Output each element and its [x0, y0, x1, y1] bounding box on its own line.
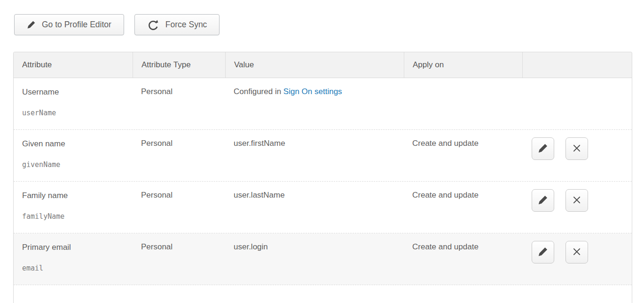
actions-cell [522, 182, 632, 233]
delete-attribute-button[interactable] [565, 137, 588, 160]
force-sync-label: Force Sync [165, 20, 207, 30]
actions-cell [522, 78, 632, 129]
refresh-icon [147, 19, 159, 31]
table-row: Given name givenName Personal user.first… [14, 130, 632, 182]
pencil-icon [27, 20, 36, 29]
apply-on-cell [404, 78, 522, 129]
value-cell: user.lastName [225, 182, 404, 233]
attribute-cell: Family name familyName [14, 182, 133, 233]
value-text: Configured in [234, 87, 283, 96]
edit-attribute-button[interactable] [532, 137, 554, 160]
attribute-type-cell: Personal [133, 78, 225, 129]
apply-on-cell: Create and update [404, 182, 522, 233]
toolbar: Go to Profile Editor Force Sync [14, 14, 220, 35]
sign-on-settings-link[interactable]: Sign On settings [283, 87, 342, 96]
pencil-icon [538, 143, 548, 155]
value-cell: user.firstName [225, 130, 404, 181]
attribute-variable-name: familyName [22, 212, 124, 221]
table-row: Primary email email Personal user.login … [14, 233, 632, 285]
attribute-cell: Username userName [14, 78, 133, 129]
force-sync-button[interactable]: Force Sync [134, 14, 220, 35]
delete-attribute-button[interactable] [565, 189, 588, 212]
apply-on-cell: Create and update [404, 130, 522, 181]
header-actions [522, 52, 632, 78]
actions-cell [522, 130, 632, 181]
header-attribute-type: Attribute Type [133, 52, 225, 78]
header-value: Value [225, 52, 404, 78]
delete-attribute-button[interactable] [565, 241, 588, 263]
close-icon [572, 247, 581, 258]
attribute-variable-name: email [22, 263, 124, 273]
go-to-profile-editor-button[interactable]: Go to Profile Editor [14, 14, 124, 35]
attribute-mapping-table: Attribute Attribute Type Value Apply on … [13, 52, 632, 303]
go-to-profile-editor-label: Go to Profile Editor [42, 20, 111, 30]
edit-attribute-button[interactable] [532, 241, 554, 263]
pencil-icon [538, 247, 548, 258]
attribute-type-cell: Personal [133, 130, 225, 181]
attribute-cell: Given name givenName [14, 130, 133, 181]
header-apply-on: Apply on [404, 52, 522, 78]
attribute-type-cell: Personal [133, 233, 225, 285]
pencil-icon [538, 195, 548, 207]
attribute-type-cell: Personal [133, 182, 225, 233]
value-cell: user.login [225, 233, 404, 285]
attribute-label: Primary email [22, 242, 124, 253]
attribute-variable-name: userName [22, 108, 124, 118]
attribute-label: Family name [22, 191, 124, 201]
actions-cell [522, 233, 632, 285]
attribute-label: Given name [22, 139, 124, 149]
table-header-row: Attribute Attribute Type Value Apply on [14, 52, 632, 78]
value-cell: Configured in Sign On settings [225, 78, 404, 129]
edit-attribute-button[interactable] [532, 189, 554, 212]
header-attribute: Attribute [14, 52, 133, 78]
attribute-variable-name: givenName [22, 160, 124, 169]
attribute-cell: Primary email email [14, 233, 133, 285]
table-row-partial [14, 285, 632, 303]
table-row: Family name familyName Personal user.las… [14, 182, 632, 233]
apply-on-cell: Create and update [404, 233, 522, 285]
close-icon [572, 195, 581, 206]
close-icon [572, 144, 581, 154]
table-row: Username userName Personal Configured in… [14, 78, 632, 130]
attribute-label: Username [22, 87, 124, 97]
